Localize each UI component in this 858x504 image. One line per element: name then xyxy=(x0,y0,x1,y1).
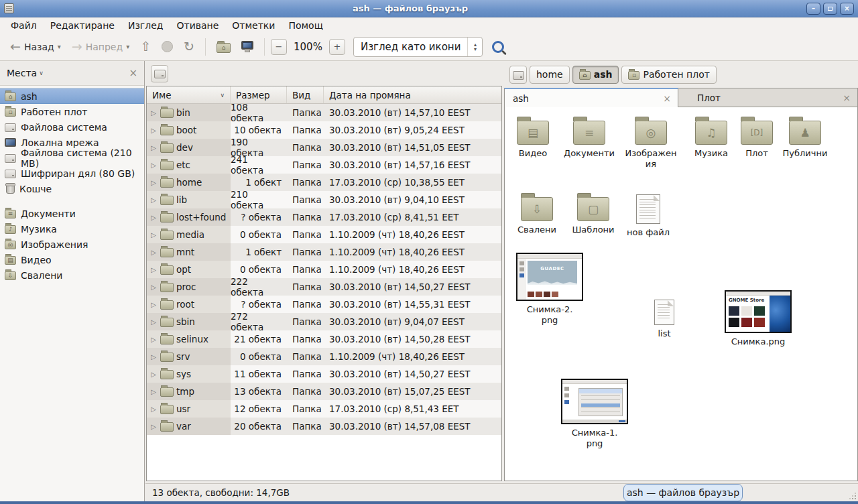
view-mode-select[interactable]: Изглед като икони ▴▾ xyxy=(353,37,483,57)
expander-icon[interactable]: ▷ xyxy=(149,336,158,343)
expander-icon[interactable]: ▷ xyxy=(149,144,158,151)
titlebar[interactable]: ash — файлов браузър – × xyxy=(0,0,858,17)
expander-icon[interactable]: ▷ xyxy=(149,127,158,134)
table-row[interactable]: ▷tmp13 обектаПапка30.03.2010 (вт) 15,07,… xyxy=(147,383,501,400)
expander-icon[interactable]: ▷ xyxy=(149,318,158,326)
path-button-home[interactable]: home xyxy=(530,66,570,84)
expander-icon[interactable]: ▷ xyxy=(149,353,158,361)
stop-button[interactable] xyxy=(157,38,178,55)
menu-file[interactable]: Файл xyxy=(4,19,44,32)
table-row[interactable]: ▷bin108 обектаПапка30.03.2010 (вт) 14,57… xyxy=(147,104,501,121)
table-row[interactable]: ▷opt0 обектаПапка1.10.2009 (чт) 18,40,26… xyxy=(147,261,501,278)
close-button[interactable]: × xyxy=(840,3,854,15)
tab-close-icon[interactable]: × xyxy=(843,92,851,103)
maximize-button[interactable] xyxy=(823,3,837,15)
menu-view[interactable]: Изглед xyxy=(121,19,170,32)
expander-icon[interactable]: ▷ xyxy=(149,405,158,413)
sidebar-item-filesystem-210mb[interactable]: Файлова система (210 MB) xyxy=(0,150,144,166)
expander-icon[interactable]: ▷ xyxy=(149,109,158,117)
expander-icon[interactable]: ▷ xyxy=(149,284,158,291)
sidebar-item-pictures[interactable]: ◎ Изображения xyxy=(0,237,144,252)
table-row[interactable]: ▷selinux21 обектаПапка30.03.2010 (вт) 14… xyxy=(147,330,501,348)
folder-item-documents[interactable]: ≡ Документи xyxy=(561,115,617,159)
menu-help[interactable]: Помощ xyxy=(282,19,329,32)
column-header-name[interactable]: Име ∨ xyxy=(147,86,231,103)
table-row[interactable]: ▷lost+found? обектаПапка17.03.2010 (ср) … xyxy=(147,208,501,226)
path-button-desktop[interactable]: ▫ Работен плот xyxy=(621,66,716,84)
search-icon[interactable] xyxy=(492,41,504,53)
tab-close-icon[interactable]: × xyxy=(663,93,671,104)
spinner-icon[interactable]: ▴▾ xyxy=(467,38,482,56)
minimize-button[interactable]: – xyxy=(806,3,820,15)
computer-button[interactable] xyxy=(237,41,258,52)
file-item-snimka-1[interactable]: Снимка-1.png xyxy=(555,379,634,449)
forward-button[interactable]: → Напред ▾ xyxy=(67,38,134,56)
table-row[interactable]: ▷sbin272 обектаПапка30.03.2010 (вт) 9,04… xyxy=(147,313,501,330)
expander-icon[interactable]: ▷ xyxy=(149,266,158,273)
forward-dropdown-icon[interactable]: ▾ xyxy=(126,43,129,50)
zoom-out-button[interactable]: − xyxy=(271,39,287,55)
icon-view[interactable]: ▤ Видео ≡ Документи ◎ Изображения ♫ Музи… xyxy=(504,107,858,481)
menu-bookmarks[interactable]: Отметки xyxy=(225,19,282,32)
menu-go[interactable]: Отиване xyxy=(170,19,225,32)
sidebar-item-encrypted[interactable]: Шифриран дял (80 GB) xyxy=(0,166,144,181)
sidebar-item-filesystem[interactable]: Файлова система xyxy=(0,119,144,135)
sidebar-item-ash[interactable]: ⌂ ash xyxy=(0,88,144,104)
folder-item-templates[interactable]: ▢ Шаблони xyxy=(565,192,621,235)
table-row[interactable]: ▷boot10 обектаПапка30.03.2010 (вт) 9,05,… xyxy=(147,121,501,139)
sidebar-header[interactable]: Места ∨ × xyxy=(0,61,144,86)
table-row[interactable]: ▷lib210 обектаПапка30.03.2010 (вт) 9,04,… xyxy=(147,191,501,208)
expander-icon[interactable]: ▷ xyxy=(149,231,158,239)
sidebar-item-desktop[interactable]: ▫ Работен плот xyxy=(0,104,144,119)
expander-icon[interactable]: ▷ xyxy=(149,301,158,308)
taskbar-window-button[interactable]: ash — файлов браузър xyxy=(623,484,743,501)
file-item-list[interactable]: list xyxy=(636,300,692,339)
back-dropdown-icon[interactable]: ▾ xyxy=(58,43,61,50)
table-row[interactable]: ▷usr12 обектаПапка17.03.2010 (ср) 8,51,4… xyxy=(147,400,501,418)
expander-icon[interactable]: ▷ xyxy=(149,196,158,204)
path-button-ash[interactable]: ⌂ ash xyxy=(572,66,619,84)
column-header-type[interactable]: Вид xyxy=(287,86,324,103)
sidebar-item-documents[interactable]: ≡ Документи xyxy=(0,206,144,221)
expander-icon[interactable]: ▷ xyxy=(149,214,158,221)
reload-button[interactable]: ↻ xyxy=(179,38,199,56)
table-row[interactable]: ▷etc241 обектаПапка30.03.2010 (вт) 14,57… xyxy=(147,156,501,174)
table-row[interactable]: ▷proc222 обектаПапка30.03.2010 (вт) 14,5… xyxy=(147,278,501,296)
column-header-date[interactable]: Дата на промяна xyxy=(324,86,501,103)
table-row[interactable]: ▷home1 обектПапка17.03.2010 (ср) 10,38,5… xyxy=(147,174,501,191)
expander-icon[interactable]: ▷ xyxy=(149,388,158,395)
table-row[interactable]: ▷root? обектаПапка30.03.2010 (вт) 14,55,… xyxy=(147,296,501,313)
table-row[interactable]: ▷media0 обектаПапка1.10.2009 (чт) 18,40,… xyxy=(147,226,501,243)
up-button[interactable]: ⇧ xyxy=(135,38,156,56)
file-item-snimka-2[interactable]: GUADEC Снимка-2.png xyxy=(510,253,589,326)
menu-edit[interactable]: Редактиране xyxy=(44,19,121,32)
back-button[interactable]: ← Назад ▾ xyxy=(5,38,66,56)
file-item-snimka[interactable]: GNOME Store Снимка.png xyxy=(718,290,798,347)
expander-icon[interactable]: ▷ xyxy=(149,371,158,378)
folder-item-pictures[interactable]: ◎ Изображения xyxy=(624,115,678,170)
expander-icon[interactable]: ▷ xyxy=(149,162,158,169)
file-item-new-file[interactable]: нов файл xyxy=(620,192,676,238)
folder-item-downloads[interactable]: ⇩ Свалени xyxy=(509,192,565,235)
table-row[interactable]: ▷sys11 обектаПапка30.03.2010 (вт) 14,50,… xyxy=(147,365,501,383)
tab-plot[interactable]: Плот × xyxy=(678,88,858,107)
sidebar-item-music[interactable]: ♪ Музика xyxy=(0,221,144,237)
sidebar-item-trash[interactable]: Кошче xyxy=(0,181,144,196)
root-path-button[interactable] xyxy=(151,65,168,82)
resize-grip[interactable] xyxy=(849,493,856,499)
table-row[interactable]: ▷mnt1 обектПапка1.10.2009 (чт) 18,40,26 … xyxy=(147,243,501,261)
folder-item-video[interactable]: ▤ Видео xyxy=(505,115,561,159)
folder-item-public[interactable]: ♟ Публични xyxy=(777,115,833,159)
table-row[interactable]: ▷srv0 обектаПапка1.10.2009 (чт) 18,40,26… xyxy=(147,348,501,365)
sidebar-close-icon[interactable]: × xyxy=(129,67,137,79)
zoom-in-button[interactable]: + xyxy=(329,39,345,55)
expander-icon[interactable]: ▷ xyxy=(149,179,158,186)
expander-icon[interactable]: ▷ xyxy=(149,423,158,430)
sidebar-item-video[interactable]: ▤ Видео xyxy=(0,252,144,267)
root-path-button[interactable] xyxy=(509,66,527,84)
sidebar-item-downloads[interactable]: ⇩ Свалени xyxy=(0,267,144,283)
table-row[interactable]: ▷dev190 обектаПапка30.03.2010 (вт) 14,51… xyxy=(147,139,501,156)
table-row[interactable]: ▷var20 обектаПапка30.03.2010 (вт) 14,57,… xyxy=(147,418,501,435)
tab-ash[interactable]: ash × xyxy=(504,88,678,107)
expander-icon[interactable]: ▷ xyxy=(149,249,158,256)
